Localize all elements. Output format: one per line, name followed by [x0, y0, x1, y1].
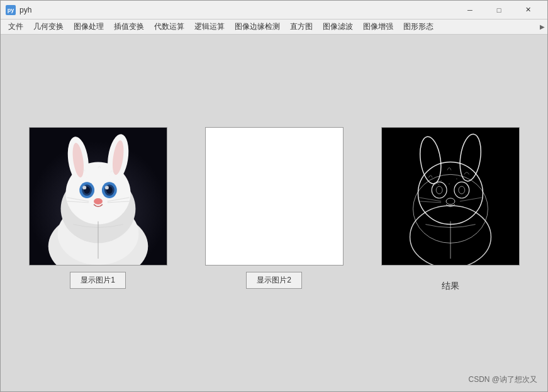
panel3-container: 结果	[381, 127, 520, 294]
images-row: 显示图片1 显示图片2	[29, 127, 520, 294]
bunny-svg	[30, 128, 167, 265]
maximize-button[interactable]: □	[484, 1, 513, 20]
svg-point-39	[440, 180, 441, 181]
menu-item-edge[interactable]: 图像边缘检测	[230, 20, 285, 34]
edge-image	[382, 128, 519, 265]
svg-point-43	[466, 194, 466, 195]
show-image2-button[interactable]: 显示图片2	[246, 272, 302, 289]
svg-point-40	[456, 178, 457, 179]
menu-item-logic[interactable]: 逻辑运算	[189, 20, 230, 34]
minimize-button[interactable]: ─	[456, 1, 484, 20]
menu-item-filter[interactable]: 图像滤波	[318, 20, 358, 34]
app-icon: py	[6, 5, 16, 15]
svg-point-16	[82, 186, 86, 189]
title-bar-controls: ─ □ ✕	[456, 1, 542, 20]
panel1-container: 显示图片1	[29, 127, 167, 289]
menu-item-imgprocess[interactable]: 图像处理	[69, 20, 109, 34]
title-bar-left: py pyh	[6, 5, 31, 15]
panel2-container: 显示图片2	[205, 127, 344, 289]
menu-item-enhance[interactable]: 图像增强	[358, 20, 398, 34]
close-button[interactable]: ✕	[513, 1, 542, 20]
svg-point-41	[449, 183, 449, 184]
watermark: CSDN @讷了想次又	[468, 374, 537, 385]
main-content: 显示图片1 显示图片2	[1, 35, 547, 392]
window-title: pyh	[20, 6, 31, 14]
menu-item-interpolation[interactable]: 插值变换	[109, 20, 149, 34]
panel3-image-box	[381, 127, 520, 266]
panel2-image-box	[205, 127, 344, 266]
result-label: 结果	[432, 278, 469, 294]
menu-item-algebra[interactable]: 代数运算	[149, 20, 189, 34]
app-icon-text: py	[8, 7, 14, 13]
svg-point-18	[94, 198, 103, 204]
panel1-image-box	[29, 127, 167, 266]
menu-arrow-icon: ▶	[540, 23, 545, 30]
show-image1-button[interactable]: 显示图片1	[70, 272, 126, 289]
menu-item-file[interactable]: 文件	[3, 20, 28, 34]
menu-item-morphology[interactable]: 图形形态	[398, 20, 439, 34]
title-bar: py pyh ─ □ ✕	[1, 1, 547, 20]
edge-svg	[382, 128, 519, 265]
menu-bar: 文件 几何变换 图像处理 插值变换 代数运算 逻辑运算 图像边缘检测 直方图 图…	[1, 20, 547, 35]
svg-point-17	[104, 186, 108, 189]
bunny-image	[30, 128, 167, 265]
svg-point-42	[434, 196, 435, 196]
menu-item-geometric[interactable]: 几何变换	[28, 20, 69, 34]
menu-item-histogram[interactable]: 直方图	[285, 20, 318, 34]
white-image	[206, 128, 343, 265]
